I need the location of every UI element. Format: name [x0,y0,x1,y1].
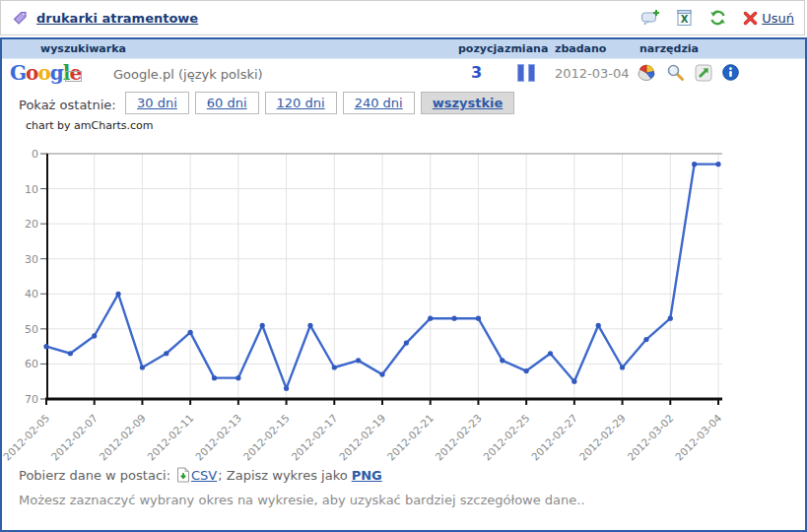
checked-date: 2012-03-04 [555,66,630,81]
svg-text:X: X [681,14,689,25]
delete-action[interactable]: Usuń [743,11,794,26]
chart-hint: Możesz zaznaczyć wybrany okres na wykres… [19,493,585,507]
svg-text:20: 20 [25,218,38,231]
keyword-bar: drukarki atramentowe X [0,0,805,35]
svg-text:2012-03-04: 2012-03-04 [673,412,724,463]
row-tools [637,63,739,82]
poland-flag-icon [65,71,82,82]
add-comment-icon[interactable] [640,9,660,27]
keyword-actions: X Usuń [640,9,794,27]
google-logo-letter: G [10,61,26,85]
tag-icon [11,9,29,27]
period-button-wszystkie[interactable]: wszystkie [421,92,515,114]
svg-text:40: 40 [25,288,38,300]
magnifier-icon[interactable] [666,63,685,82]
table-header: wyszukiwarka pozycja zmiana zbadano narz… [2,39,805,59]
svg-text:2012-02-13: 2012-02-13 [193,412,244,463]
period-button-60-dni[interactable]: 60 dni [195,92,259,114]
svg-text:2012-02-23: 2012-02-23 [433,412,484,463]
google-logo-letter: g [50,61,63,85]
google-logo-letter: o [37,61,49,85]
delete-icon [743,11,758,26]
svg-text:10: 10 [25,183,38,196]
csv-file-icon [176,467,190,483]
delete-link[interactable]: Usuń [762,11,794,26]
svg-text:2012-02-15: 2012-02-15 [240,412,292,463]
svg-text:2012-02-29: 2012-02-29 [576,412,628,463]
excel-export-icon[interactable]: X [676,9,693,27]
period-button-30-dni[interactable]: 30 dni [125,92,189,114]
column-position: pozycja [458,42,504,55]
period-buttons: 30 dni60 dni120 dni240 dniwszystkie [125,92,514,114]
svg-text:60: 60 [25,358,38,370]
svg-text:50: 50 [25,323,38,336]
keyword-link[interactable]: drukarki atramentowe [36,11,198,26]
csv-link[interactable]: CSV [191,468,217,483]
chart-credit: chart by amCharts.com [26,119,154,132]
png-link[interactable]: PNG [352,468,382,483]
chart-grid [46,154,722,399]
period-button-120-dni[interactable]: 120 dni [265,92,337,114]
period-button-240-dni[interactable]: 240 dni [343,92,415,114]
download-prefix: Pobierz dane w postaci: [19,468,170,483]
refresh-icon[interactable] [708,9,727,27]
svg-text:2012-02-11: 2012-02-11 [145,412,196,463]
svg-text:2012-02-17: 2012-02-17 [289,412,340,463]
svg-text:2012-02-09: 2012-02-09 [97,412,148,463]
svg-text:30: 30 [25,253,38,266]
period-controls: Pokaż ostatnie: 30 dni60 dni120 dni240 d… [2,92,805,117]
svg-text:2012-02-19: 2012-02-19 [337,412,388,463]
rank-tracker-widget: drukarki atramentowe X [0,0,807,532]
svg-text:2012-03-02: 2012-03-02 [625,412,676,463]
svg-text:2012-02-21: 2012-02-21 [384,412,436,463]
svg-text:2012-02-07: 2012-02-07 [48,412,100,463]
download-between: ; Zapisz wykres jako [218,468,347,483]
google-logo-letter: o [26,61,37,85]
svg-text:2012-02-27: 2012-02-27 [529,412,580,463]
position-history-chart[interactable]: 0102030405060702012-02-052012-02-072012-… [2,138,807,465]
no-change-pause-icon [517,64,535,82]
download-row: Pobierz dane w postaci: CSV ; Zapisz wyk… [19,467,382,483]
external-link-icon[interactable] [695,64,712,82]
svg-text:2012-02-25: 2012-02-25 [481,412,532,463]
position-value: 3 [471,63,482,82]
svg-text:0: 0 [32,148,38,161]
column-checked: zbadano [555,42,606,55]
svg-text:70: 70 [25,393,38,406]
table-row: Google Google.pl (język polski) 3 2012-0… [2,58,805,91]
column-engine: wyszukiwarka [40,42,126,55]
chart-axes: 0102030405060702012-02-052012-02-072012-… [2,148,724,463]
svg-text:2012-02-05: 2012-02-05 [2,412,51,463]
result-table: wyszukiwarka pozycja zmiana zbadano narz… [0,37,807,532]
column-tools: narzędzia [639,42,699,55]
period-label: Pokaż ostatnie: [19,98,116,112]
engine-name: Google.pl (język polski) [113,67,263,82]
info-icon[interactable] [722,64,739,81]
pie-chart-icon[interactable] [637,63,656,82]
column-change: zmiana [504,42,548,55]
